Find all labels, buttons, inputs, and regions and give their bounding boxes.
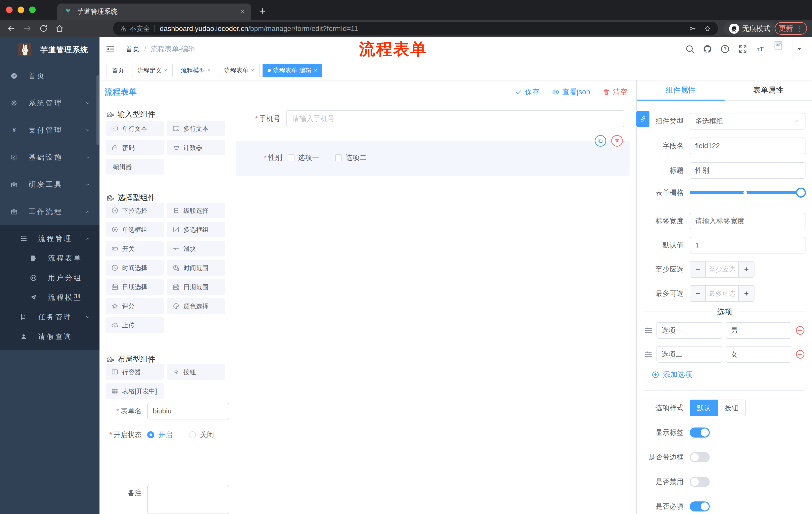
sidebar-item-基础设施[interactable]: 基础设施 xyxy=(0,144,99,171)
component-chip-单选框组[interactable]: 单选框组 xyxy=(106,222,164,237)
option-label-input[interactable] xyxy=(657,322,722,339)
view-tab-流程定义[interactable]: 流程定义 × xyxy=(132,64,173,77)
radio-off-icon[interactable] xyxy=(189,431,196,438)
remove-option-icon[interactable] xyxy=(795,349,806,360)
bookmark-star-icon[interactable] xyxy=(703,25,712,33)
view-tab-首页[interactable]: 首页 xyxy=(107,64,129,77)
password-key-icon[interactable] xyxy=(688,25,696,33)
stepper-plus-button[interactable]: + xyxy=(738,262,754,277)
avatar[interactable] xyxy=(772,39,792,59)
sidebar-item-工作流程[interactable]: 工作流程 xyxy=(0,198,99,225)
label-width-input[interactable] xyxy=(690,213,806,229)
avatar-caret-down-icon[interactable] xyxy=(796,46,803,53)
stepper-plus-button[interactable]: + xyxy=(738,286,754,301)
component-chip-行容器[interactable]: 行容器 xyxy=(106,364,164,380)
close-tab-icon[interactable]: × xyxy=(314,67,317,74)
form-canvas[interactable]: *手机号 *性别 选项一选项二 xyxy=(231,104,636,514)
sidebar-item-请假查询[interactable]: 请假查询 xyxy=(0,327,99,347)
component-chip-计数器[interactable]: 123计数器 xyxy=(167,140,225,155)
field-name-input[interactable] xyxy=(690,138,806,154)
stepper-minus-button[interactable]: − xyxy=(690,286,706,301)
breadcrumb-home[interactable]: 首页 xyxy=(126,44,140,54)
max-select-placeholder[interactable]: 最多可选 xyxy=(706,286,738,301)
new-tab-button[interactable]: + xyxy=(259,3,266,19)
option-label-input[interactable] xyxy=(657,346,722,362)
checkbox-icon[interactable] xyxy=(288,154,294,161)
copy-component-button[interactable] xyxy=(595,135,606,146)
component-chip-时间选择[interactable]: 时间选择 xyxy=(106,260,164,276)
form-grid-slider[interactable] xyxy=(690,188,806,198)
sidebar-item-支付管理[interactable]: ¥ 支付管理 xyxy=(0,117,99,144)
component-chip-日期选择[interactable]: 日期选择 xyxy=(106,279,164,295)
component-chip-多选框组[interactable]: 多选框组 xyxy=(167,222,225,237)
maximize-window-button[interactable] xyxy=(29,6,36,13)
toggle-switch-是否必填[interactable] xyxy=(690,502,710,512)
tab-form-props[interactable]: 表单属性 xyxy=(725,80,812,100)
save-button[interactable]: 保存 xyxy=(515,87,540,97)
slider-handle[interactable] xyxy=(796,188,806,198)
tab-close-icon[interactable]: × xyxy=(240,7,245,16)
close-tab-icon[interactable]: × xyxy=(251,67,254,74)
fullscreen-icon[interactable] xyxy=(737,44,748,54)
component-chip-编辑器[interactable]: 编辑器 xyxy=(106,159,164,174)
min-select-placeholder[interactable]: 至少应选 xyxy=(706,262,738,277)
component-chip-密码[interactable]: 密码 xyxy=(106,140,164,155)
status-off-radio[interactable]: 关闭 xyxy=(189,430,214,439)
close-tab-icon[interactable]: × xyxy=(164,67,167,74)
drag-handle-icon[interactable] xyxy=(644,326,653,335)
sidebar-item-首页[interactable]: 首页 xyxy=(0,62,99,89)
sidebar-item-研发工具[interactable]: 研发工具 xyxy=(0,171,99,198)
forward-icon[interactable] xyxy=(23,24,32,33)
toggle-switch-是否禁用[interactable] xyxy=(690,477,710,487)
form-name-input[interactable] xyxy=(147,403,229,420)
reload-icon[interactable] xyxy=(39,24,48,33)
checkbox-icon[interactable] xyxy=(335,154,342,161)
component-chip-开关[interactable]: 开关 xyxy=(106,241,164,256)
checkbox-option-选项二[interactable]: 选项二 xyxy=(335,153,367,162)
add-option-button[interactable]: 添加选项 xyxy=(651,370,692,380)
minimize-window-button[interactable] xyxy=(18,6,24,13)
tab-component-props[interactable]: 组件属性 xyxy=(637,80,725,100)
component-type-select[interactable]: 多选框组 xyxy=(690,113,806,130)
toggle-switch-显示标签[interactable] xyxy=(690,428,710,437)
github-icon[interactable] xyxy=(702,44,713,54)
view-json-button[interactable]: 查看json xyxy=(552,87,590,97)
sidebar-item-系统管理[interactable]: 系统管理 xyxy=(0,89,99,117)
view-tab-流程表单[interactable]: 流程表单 × xyxy=(219,64,260,77)
selected-component-block[interactable]: *性别 选项一选项二 xyxy=(236,141,630,176)
collapse-sidebar-icon[interactable] xyxy=(105,44,116,54)
option-value-input[interactable] xyxy=(726,346,792,362)
help-icon[interactable] xyxy=(720,44,730,54)
address-bar[interactable]: 不安全 dashboard.yudao.iocoder.cn /bpm/mana… xyxy=(113,22,718,35)
checkbox-option-选项一[interactable]: 选项一 xyxy=(288,153,319,162)
browser-tab[interactable]: 芋道管理系统 × xyxy=(57,3,251,20)
radio-on-icon[interactable] xyxy=(147,431,154,438)
sidebar-scrollbar[interactable] xyxy=(96,75,99,145)
delete-component-button[interactable] xyxy=(611,135,623,146)
status-on-radio[interactable]: 开启 xyxy=(147,430,172,439)
search-icon[interactable] xyxy=(685,44,695,54)
option-value-input[interactable] xyxy=(726,322,792,339)
component-chip-日期范围[interactable]: 日期范围 xyxy=(167,279,225,295)
sidebar-item-流程表单[interactable]: 流程表单 xyxy=(0,248,99,268)
back-icon[interactable] xyxy=(6,24,16,33)
component-chip-按钮[interactable]: 按钮 xyxy=(167,364,225,380)
default-value-input[interactable] xyxy=(690,237,806,253)
sidebar-item-用户分组[interactable]: 用户分组 xyxy=(0,268,99,288)
style-default-button[interactable]: 默认 xyxy=(690,400,718,416)
font-size-icon[interactable]: TT xyxy=(755,44,765,54)
component-chip-上传[interactable]: 上传 xyxy=(106,317,164,333)
component-chip-评分[interactable]: 评分 xyxy=(106,298,164,314)
component-chip-颜色选择[interactable]: 颜色选择 xyxy=(167,298,225,314)
component-chip-级联选择[interactable]: 级联选择 xyxy=(167,203,225,218)
slider-track[interactable] xyxy=(690,191,806,194)
phone-input[interactable] xyxy=(286,110,624,127)
close-tab-icon[interactable]: × xyxy=(207,67,211,74)
toggle-switch-是否带边框[interactable] xyxy=(690,452,710,462)
component-chip-表格[开发中][interactable]: 表格[开发中] xyxy=(106,383,164,399)
component-chip-时间范围[interactable]: 时间范围 xyxy=(167,260,225,276)
title-input[interactable] xyxy=(690,162,806,179)
browser-menu-icon[interactable]: ⋮ xyxy=(795,24,803,33)
drag-handle-icon[interactable] xyxy=(644,350,653,359)
component-chip-下拉选择[interactable]: 下拉选择 xyxy=(106,203,164,218)
